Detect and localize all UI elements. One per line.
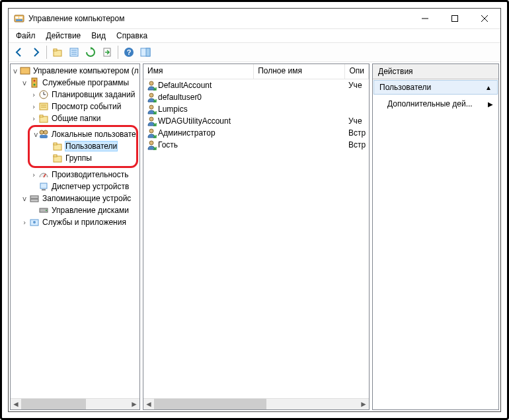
list-pane: Имя Полное имя Опи DefaultAccountУчеdefa…	[143, 63, 370, 410]
tree-system-tools[interactable]: v Служебные программы	[11, 77, 139, 89]
svg-rect-1	[15, 17, 19, 19]
user-name: Администратор	[158, 128, 215, 138]
svg-rect-42	[30, 199, 38, 202]
tree-shared-folders-label: Общие папки	[51, 114, 101, 123]
col-fullname[interactable]: Полное имя	[254, 64, 345, 79]
tree-performance[interactable]: › Производительность	[11, 169, 139, 181]
submenu-icon: ▶	[488, 101, 493, 108]
minimize-button[interactable]	[410, 9, 440, 28]
user-icon	[146, 140, 157, 150]
list-item[interactable]: Lumpics	[143, 103, 369, 115]
svg-rect-41	[30, 196, 38, 198]
toolbar: ?	[9, 42, 500, 62]
export-button[interactable]	[99, 44, 115, 60]
svg-rect-39	[40, 183, 47, 189]
svg-point-46	[33, 221, 36, 224]
app-icon	[14, 13, 24, 24]
tree-shared-folders[interactable]: › Общие папки	[11, 112, 139, 124]
svg-rect-40	[42, 189, 46, 190]
tree-pane: v Управление компьютером (л v Служебные …	[10, 63, 140, 410]
actions-more-label: Дополнительные дей...	[387, 99, 473, 108]
svg-rect-3	[16, 19, 22, 21]
user-name: Гость	[158, 140, 178, 149]
tree-performance-label: Производительность	[51, 170, 129, 179]
svg-point-50	[149, 117, 153, 121]
properties-button[interactable]	[66, 44, 82, 60]
tree-local-users-label: Локальные пользовате	[51, 130, 137, 139]
actions-more[interactable]: Дополнительные дей... ▶	[373, 95, 498, 112]
tree-groups-label: Группы	[65, 153, 93, 163]
tree-storage[interactable]: v Запоминающие устройс	[11, 192, 139, 204]
user-name: DefaultAccount	[158, 81, 212, 90]
tree-scrollbar[interactable]: ◄►	[11, 398, 139, 409]
list-item[interactable]: WDAGUtilityAccountУче	[143, 115, 369, 127]
menu-bar: Файл Действие Вид Справка	[9, 29, 500, 42]
col-name[interactable]: Имя	[143, 64, 254, 79]
menu-view[interactable]: Вид	[87, 30, 110, 42]
tree-local-users[interactable]: v Локальные пользовате	[30, 128, 136, 140]
list-scrollbar[interactable]: ◄►	[143, 398, 369, 409]
user-name: Lumpics	[158, 105, 188, 114]
svg-rect-35	[54, 143, 57, 145]
highlight-box: v Локальные пользовате · Пользователи · …	[28, 125, 138, 168]
forward-button[interactable]	[28, 44, 44, 60]
user-icon	[146, 104, 157, 114]
help-button[interactable]: ?	[121, 44, 137, 60]
tree-system-tools-label: Служебные программы	[42, 78, 130, 87]
user-name: defaultuser0	[158, 93, 202, 102]
list-item[interactable]: defaultuser0	[143, 91, 369, 103]
tree-disk-mgmt-label: Управление дисками	[51, 206, 130, 215]
user-icon	[146, 92, 157, 103]
actions-pane: Действия Пользователи ▲ Дополнительные д…	[372, 63, 499, 410]
tree-event-viewer[interactable]: › Просмотр событий	[11, 101, 139, 112]
tree-root-label: Управление компьютером (л	[32, 66, 139, 75]
list-item[interactable]: ГостьВстр	[143, 139, 369, 151]
tree-event-viewer-label: Просмотр событий	[51, 102, 122, 111]
tree-device-manager-label: Диспетчер устройств	[51, 182, 130, 191]
tree-task-scheduler-label: Планировщик заданий	[51, 90, 136, 99]
tree-users[interactable]: · Пользователи	[30, 140, 136, 152]
actions-group-label: Пользователи	[379, 83, 431, 92]
user-name: WDAGUtilityAccount	[158, 116, 231, 126]
svg-rect-5	[451, 16, 457, 22]
show-hide-button[interactable]	[137, 44, 153, 60]
tree-services-apps[interactable]: › Службы и приложения	[11, 216, 139, 228]
tree-disk-mgmt[interactable]: · Управление дисками	[11, 204, 139, 216]
svg-point-49	[149, 105, 153, 109]
menu-action[interactable]: Действие	[42, 30, 86, 42]
list-item[interactable]: АдминистраторВстр	[143, 127, 369, 139]
tree-root[interactable]: v Управление компьютером (л	[11, 65, 139, 77]
svg-point-22	[34, 84, 36, 86]
refresh-button[interactable]	[83, 44, 98, 60]
up-button[interactable]	[50, 44, 65, 60]
tree-services-apps-label: Службы и приложения	[42, 218, 127, 227]
svg-rect-19	[20, 67, 30, 74]
menu-help[interactable]: Справка	[112, 30, 152, 42]
back-button[interactable]	[11, 44, 27, 60]
close-button[interactable]	[469, 9, 499, 28]
title-bar: Управление компьютером	[9, 9, 500, 29]
actions-header: Действия	[373, 64, 498, 79]
actions-group-users[interactable]: Пользователи ▲	[373, 80, 498, 95]
svg-rect-20	[32, 78, 37, 87]
tree-view[interactable]: v Управление компьютером (л v Служебные …	[11, 64, 139, 398]
tree-groups[interactable]: · Группы	[30, 152, 136, 164]
menu-file[interactable]: Файл	[11, 30, 40, 42]
svg-rect-9	[54, 49, 57, 51]
maximize-button[interactable]	[440, 9, 469, 28]
tree-task-scheduler[interactable]: › Планировщик заданий	[11, 89, 139, 101]
svg-point-52	[149, 141, 153, 145]
tree-device-manager[interactable]: · Диспетчер устройств	[11, 181, 139, 192]
svg-rect-26	[40, 103, 48, 110]
list-item[interactable]: DefaultAccountУче	[143, 79, 369, 91]
svg-point-31	[40, 130, 44, 134]
svg-point-47	[149, 81, 153, 85]
svg-rect-30	[40, 115, 43, 117]
svg-point-44	[46, 210, 47, 211]
list-body[interactable]: DefaultAccountУчеdefaultuser0LumpicsWDAG…	[143, 79, 369, 398]
svg-point-21	[34, 80, 36, 82]
col-desc[interactable]: Опи	[345, 64, 369, 79]
user-desc: Встр	[346, 140, 369, 149]
svg-rect-2	[19, 17, 22, 19]
user-icon	[146, 80, 157, 91]
